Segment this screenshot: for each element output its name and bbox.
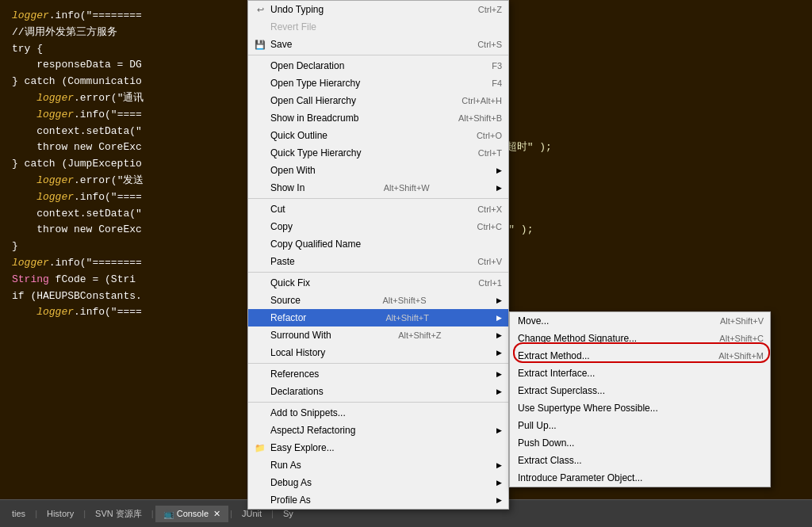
- submenu-item-extract-interface[interactable]: Extract Interface...: [510, 365, 770, 382]
- menu-item-copy[interactable]: Copy Ctrl+C: [248, 218, 508, 235]
- menu-item-undo[interactable]: ↩ Undo Typing Ctrl+Z: [248, 1, 508, 18]
- menu-item-revert: Revert File: [248, 18, 508, 36]
- menu-item-open-declaration[interactable]: Open Declaration F3: [248, 57, 508, 74]
- separator-1: [248, 55, 508, 55]
- menu-item-debug-as[interactable]: Debug As: [248, 474, 508, 491]
- refactor-submenu: Move... Alt+Shift+V Change Method Signat…: [509, 311, 771, 487]
- menu-item-open-type-hierarchy[interactable]: Open Type Hierarchy F4: [248, 74, 508, 92]
- separator-3: [248, 272, 508, 273]
- menu-item-surround-with[interactable]: Surround With Alt+Shift+Z: [248, 327, 508, 344]
- tab-properties[interactable]: ties: [4, 506, 33, 521]
- menu-item-copy-qualified[interactable]: Copy Qualified Name: [248, 235, 508, 253]
- folder-icon: 📁: [253, 443, 267, 453]
- menu-item-show-in[interactable]: Show In Alt+Shift+W: [248, 179, 508, 197]
- menu-item-add-snippets[interactable]: Add to Snippets...: [248, 404, 508, 422]
- submenu-item-extract-method[interactable]: Extract Method... Alt+Shift+M: [510, 347, 770, 365]
- close-icon[interactable]: ✕: [213, 509, 220, 518]
- save-icon: 💾: [253, 40, 267, 50]
- submenu-item-pull-up[interactable]: Pull Up...: [510, 417, 770, 434]
- separator-4: [248, 363, 508, 364]
- menu-item-profile-as[interactable]: Profile As: [248, 491, 508, 509]
- submenu-item-introduce-param[interactable]: Introduce Parameter Object...: [510, 469, 770, 487]
- menu-item-easy-explore[interactable]: 📁 Easy Explore...: [248, 439, 508, 456]
- menu-item-cut[interactable]: Cut Ctrl+X: [248, 200, 508, 218]
- menu-item-save[interactable]: 💾 Save Ctrl+S: [248, 36, 508, 53]
- separator-5: [248, 402, 508, 403]
- separator-2: [248, 198, 508, 199]
- menu-item-local-history[interactable]: Local History: [248, 344, 508, 361]
- tab-history[interactable]: History: [39, 506, 82, 521]
- submenu-item-use-supertype[interactable]: Use Supertype Where Possible...: [510, 399, 770, 417]
- menu-item-quick-type-hierarchy[interactable]: Quick Type Hierarchy Ctrl+T: [248, 144, 508, 162]
- menu-item-quick-fix[interactable]: Quick Fix Ctrl+1: [248, 274, 508, 292]
- menu-item-show-breadcrumb[interactable]: Show in Breadcrumb Alt+Shift+B: [248, 109, 508, 127]
- menu-item-paste[interactable]: Paste Ctrl+V: [248, 253, 508, 270]
- menu-item-refactor[interactable]: Refactor Alt+Shift+T: [248, 309, 508, 327]
- submenu-item-extract-class[interactable]: Extract Class...: [510, 452, 770, 469]
- menu-item-source[interactable]: Source Alt+Shift+S: [248, 292, 508, 309]
- menu-item-declarations[interactable]: Declarations: [248, 383, 508, 400]
- tab-console[interactable]: 📺 Console ✕: [155, 506, 228, 522]
- menu-item-references[interactable]: References: [248, 365, 508, 383]
- submenu-item-change-method-signature[interactable]: Change Method Signature... Alt+Shift+C: [510, 330, 770, 347]
- context-menu: ↩ Undo Typing Ctrl+Z Revert File 💾 Save …: [247, 0, 509, 510]
- submenu-item-push-down[interactable]: Push Down...: [510, 434, 770, 452]
- menu-item-open-with[interactable]: Open With: [248, 162, 508, 179]
- undo-icon: ↩: [253, 5, 267, 15]
- tab-svn[interactable]: SVN 资源库: [87, 505, 150, 523]
- menu-item-quick-outline[interactable]: Quick Outline Ctrl+O: [248, 127, 508, 144]
- menu-item-aspectj[interactable]: AspectJ Refactoring: [248, 422, 508, 439]
- submenu-item-extract-superclass[interactable]: Extract Superclass...: [510, 382, 770, 399]
- menu-item-run-as[interactable]: Run As: [248, 456, 508, 474]
- submenu-item-move[interactable]: Move... Alt+Shift+V: [510, 312, 770, 330]
- menu-item-open-call-hierarchy[interactable]: Open Call Hierarchy Ctrl+Alt+H: [248, 92, 508, 109]
